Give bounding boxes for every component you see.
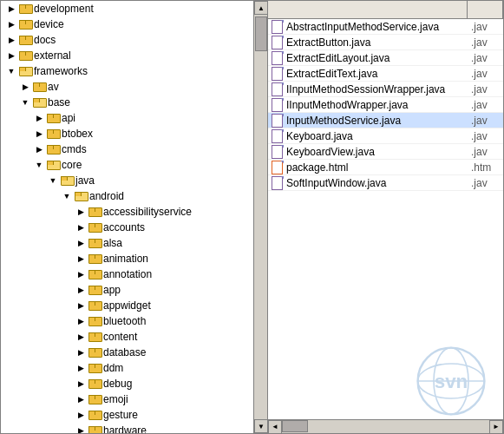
tree-expander-accounts[interactable]: ▶	[74, 220, 88, 234]
tree-item-animation[interactable]: ▶animation	[1, 251, 253, 266]
tree-expander-cmds[interactable]: ▶	[32, 142, 46, 156]
folder-icon-app	[88, 283, 101, 297]
file-ext-0: .jav	[468, 21, 503, 33]
tree-expander-emoji[interactable]: ▶	[74, 392, 88, 406]
file-name-7: Keyboard.java	[286, 130, 353, 142]
file-icon-8	[272, 145, 284, 159]
tree-expander-base[interactable]: ▼	[18, 95, 32, 109]
file-icon-5	[272, 98, 284, 112]
tree-expander-btobex[interactable]: ▶	[32, 127, 46, 141]
tree-item-external[interactable]: ▶external	[1, 48, 253, 63]
tree-expander-docs[interactable]: ▶	[4, 33, 18, 47]
file-row-2[interactable]: ExtractEditLayout.java.jav	[268, 50, 503, 66]
folder-icon-debug	[88, 377, 101, 391]
tree-expander-av[interactable]: ▶	[18, 80, 32, 94]
tree-label-core: core	[62, 159, 253, 171]
file-row-0[interactable]: AbstractInputMethodService.java.jav	[268, 19, 503, 35]
tree-item-btobex[interactable]: ▶btobex	[1, 126, 253, 141]
folder-icon-alsa	[88, 236, 101, 250]
tree-item-java[interactable]: ▼java	[1, 173, 253, 188]
file-row-4[interactable]: IInputMethodSessionWrapper.java.jav	[268, 82, 503, 97]
tree-item-content[interactable]: ▶content	[1, 329, 253, 345]
tree-item-app[interactable]: ▶app	[1, 282, 253, 298]
file-header	[268, 1, 503, 19]
file-row-6[interactable]: InputMethodService.java.jav	[268, 113, 503, 128]
tree-label-cmds: cmds	[62, 143, 253, 155]
tree-expander-debug[interactable]: ▶	[74, 377, 88, 391]
tree-expander-appwidget[interactable]: ▶	[74, 299, 88, 312]
file-row-5[interactable]: IInputMethodWrapper.java.jav	[268, 97, 503, 113]
file-scroll-left-btn[interactable]: ◄	[268, 420, 282, 434]
tree-item-annotation[interactable]: ▶annotation	[1, 266, 253, 282]
tree-item-debug[interactable]: ▶debug	[1, 376, 253, 391]
tree-label-gesture: gesture	[103, 409, 253, 421]
tree-expander-accessibilityservice[interactable]: ▶	[74, 205, 88, 219]
file-row-3[interactable]: ExtractEditText.java.jav	[268, 66, 503, 82]
tree-expander-android[interactable]: ▼	[60, 189, 74, 203]
tree-item-accessibilityservice[interactable]: ▶accessibilityservice	[1, 204, 253, 220]
tree-label-debug: debug	[103, 378, 253, 390]
tree-item-docs[interactable]: ▶docs	[1, 32, 253, 48]
tree-item-cmds[interactable]: ▶cmds	[1, 141, 253, 157]
folder-icon-android	[74, 189, 88, 203]
tree-container[interactable]: ▶development▶device▶docs▶external▼framew…	[1, 1, 253, 433]
tree-label-emoji: emoji	[103, 393, 253, 405]
tree-label-hardware: hardware	[103, 424, 253, 433]
tree-expander-hardware[interactable]: ▶	[74, 424, 88, 433]
tree-item-frameworks[interactable]: ▼frameworks	[1, 63, 253, 79]
tree-expander-gesture[interactable]: ▶	[74, 408, 88, 422]
tree-item-gesture[interactable]: ▶gesture	[1, 407, 253, 423]
tree-expander-content[interactable]: ▶	[74, 330, 88, 344]
file-cell-name-10: SoftInputWindow.java	[268, 176, 468, 190]
tree-item-accounts[interactable]: ▶accounts	[1, 220, 253, 235]
tree-scroll-down-btn[interactable]: ▼	[254, 419, 267, 433]
tree-item-development[interactable]: ▶development	[1, 1, 253, 16]
file-table[interactable]: AbstractInputMethodService.java.javExtra…	[268, 19, 503, 419]
tree-item-device[interactable]: ▶device	[1, 16, 253, 32]
tree-item-base[interactable]: ▼base	[1, 95, 253, 110]
tree-expander-ddm[interactable]: ▶	[74, 361, 88, 375]
file-scroll-right-btn[interactable]: ►	[489, 420, 503, 434]
tree-expander-bluetooth[interactable]: ▶	[74, 314, 88, 328]
tree-scroll-thumb[interactable]	[255, 16, 267, 51]
file-scroll-thumb[interactable]	[282, 420, 308, 432]
tree-expander-device[interactable]: ▶	[4, 17, 18, 31]
tree-expander-frameworks[interactable]: ▼	[4, 64, 18, 78]
tree-item-av[interactable]: ▶av	[1, 79, 253, 95]
tree-expander-animation[interactable]: ▶	[74, 252, 88, 266]
tree-item-emoji[interactable]: ▶emoji	[1, 391, 253, 407]
file-hscrollbar[interactable]: ◄ ►	[268, 419, 503, 433]
file-row-1[interactable]: ExtractButton.java.jav	[268, 35, 503, 50]
tree-expander-database[interactable]: ▶	[74, 345, 88, 359]
tree-item-api[interactable]: ▶api	[1, 110, 253, 126]
tree-expander-java[interactable]: ▼	[46, 174, 60, 187]
tree-item-core[interactable]: ▼core	[1, 157, 253, 173]
file-row-9[interactable]: package.html.htm	[268, 160, 503, 175]
tree-item-alsa[interactable]: ▶alsa	[1, 235, 253, 251]
file-row-8[interactable]: KeyboardView.java.jav	[268, 144, 503, 160]
file-name-8: KeyboardView.java	[286, 146, 375, 158]
file-row-10[interactable]: SoftInputWindow.java.jav	[268, 175, 503, 191]
tree-label-device: device	[34, 18, 253, 30]
tree-expander-development[interactable]: ▶	[4, 2, 18, 16]
tree-item-ddm[interactable]: ▶ddm	[1, 360, 253, 376]
tree-expander-external[interactable]: ▶	[4, 49, 18, 62]
tree-expander-alsa[interactable]: ▶	[74, 236, 88, 250]
tree-scroll-up-btn[interactable]: ▲	[254, 1, 267, 15]
tree-item-bluetooth[interactable]: ▶bluetooth	[1, 313, 253, 329]
tree-expander-core[interactable]: ▼	[32, 158, 46, 172]
tree-scroll-track[interactable]	[254, 15, 267, 419]
file-row-7[interactable]: Keyboard.java.jav	[268, 128, 503, 144]
tree-expander-annotation[interactable]: ▶	[74, 267, 88, 281]
folder-icon-accounts	[88, 220, 101, 234]
tree-item-database[interactable]: ▶database	[1, 345, 253, 360]
file-cell-name-5: IInputMethodWrapper.java	[268, 98, 468, 112]
file-scroll-track[interactable]	[282, 420, 489, 433]
tree-expander-app[interactable]: ▶	[74, 283, 88, 297]
tree-vscrollbar[interactable]: ▲ ▼	[253, 1, 267, 433]
tree-label-external: external	[34, 49, 253, 62]
tree-expander-api[interactable]: ▶	[32, 111, 46, 125]
tree-item-appwidget[interactable]: ▶appwidget	[1, 298, 253, 313]
tree-item-hardware[interactable]: ▶hardware	[1, 423, 253, 433]
tree-item-android[interactable]: ▼android	[1, 188, 253, 204]
